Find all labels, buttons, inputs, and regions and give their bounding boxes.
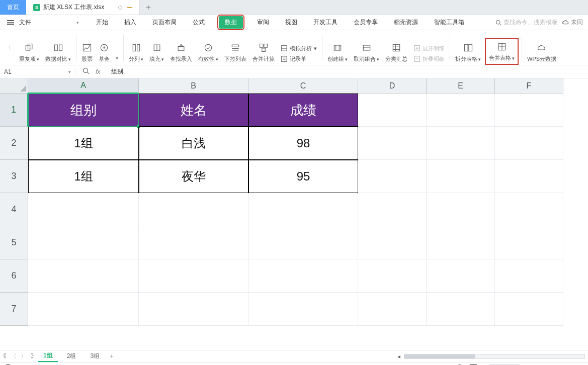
table-cell[interactable]: 98 bbox=[248, 127, 358, 160]
row-header[interactable]: 1 bbox=[0, 94, 28, 127]
table-cell[interactable] bbox=[139, 293, 248, 326]
table-cell[interactable] bbox=[427, 259, 495, 293]
new-tab-button[interactable]: ＋ bbox=[140, 0, 157, 15]
stock-button[interactable]: 股票 bbox=[81, 42, 93, 63]
row-header[interactable]: 7 bbox=[0, 293, 28, 326]
ungroup-button[interactable]: 取消组合▾ bbox=[354, 42, 379, 63]
column-header[interactable]: F bbox=[495, 78, 563, 94]
table-cell[interactable] bbox=[358, 160, 427, 193]
table-cell[interactable] bbox=[248, 259, 358, 293]
name-box-dropdown-icon[interactable]: ▾ bbox=[68, 69, 71, 74]
cell-area[interactable]: 组别姓名成绩1组白浅981组夜华95 bbox=[28, 94, 588, 350]
table-cell[interactable] bbox=[358, 259, 427, 293]
tab-current-file[interactable]: S 新建 XLSX 工作表.xlsx bbox=[26, 0, 140, 15]
sheet-tab-2[interactable]: 2组 bbox=[62, 351, 81, 361]
row-header[interactable]: 6 bbox=[0, 259, 28, 293]
hscroll-left-icon[interactable]: ◂ bbox=[397, 353, 400, 360]
table-cell[interactable]: 1组 bbox=[28, 160, 139, 193]
subtotal-button[interactable]: 分类汇总 bbox=[385, 42, 407, 63]
table-cell[interactable] bbox=[358, 226, 427, 259]
table-cell[interactable] bbox=[427, 127, 495, 160]
table-cell[interactable] bbox=[139, 259, 248, 293]
formula-input[interactable]: 组别 bbox=[107, 67, 123, 76]
wps-cloud-data-button[interactable]: WPS云数据 bbox=[527, 42, 556, 63]
column-header[interactable]: B bbox=[139, 78, 248, 94]
row-header[interactable]: 3 bbox=[0, 160, 28, 193]
table-cell[interactable]: 夜华 bbox=[139, 160, 248, 193]
find-record-button[interactable]: 查找录入 bbox=[170, 42, 192, 63]
table-cell[interactable] bbox=[495, 226, 563, 259]
table-cell[interactable] bbox=[495, 193, 563, 226]
group-create-button[interactable]: 创建组▾ bbox=[327, 42, 348, 63]
table-cell[interactable]: 95 bbox=[248, 160, 358, 193]
table-cell[interactable] bbox=[139, 193, 248, 226]
command-search[interactable]: 查找命令、搜索模板 bbox=[495, 18, 558, 27]
worksheet-grid[interactable]: ABCDEF 1234567 组别姓名成绩1组白浅981组夜华95 bbox=[0, 78, 588, 350]
row-header[interactable]: 4 bbox=[0, 193, 28, 226]
table-cell[interactable] bbox=[28, 259, 139, 293]
table-cell[interactable] bbox=[358, 94, 427, 127]
ribbon-tab-insert[interactable]: 插入 bbox=[122, 17, 138, 28]
table-header-cell[interactable]: 成绩 bbox=[248, 94, 358, 127]
ribbon-tab-member[interactable]: 会员专享 bbox=[352, 17, 380, 28]
split-table-button[interactable]: 拆分表格▾ bbox=[455, 42, 481, 63]
sheet-tab-3[interactable]: 3组 bbox=[85, 351, 105, 361]
sheet-nav-last[interactable]: ⟫ bbox=[31, 352, 34, 360]
table-cell[interactable] bbox=[495, 127, 563, 160]
column-header[interactable]: D bbox=[358, 78, 427, 94]
sheet-tab-1[interactable]: 1组 bbox=[38, 350, 58, 362]
table-cell[interactable] bbox=[28, 193, 139, 226]
ribbon-tab-review[interactable]: 审阅 bbox=[255, 17, 271, 28]
table-header-cell[interactable]: 组别 bbox=[28, 94, 139, 127]
ribbon-tab-start[interactable]: 开始 bbox=[94, 17, 110, 28]
select-all-corner[interactable] bbox=[0, 78, 28, 94]
fx-label[interactable]: fx bbox=[96, 68, 100, 75]
column-header[interactable]: E bbox=[427, 78, 495, 94]
text-to-columns-button[interactable]: 分列▾ bbox=[129, 42, 143, 63]
qat-dropdown-icon[interactable]: ▾ bbox=[76, 20, 79, 25]
ribbon-tab-dev[interactable]: 开发工具 bbox=[311, 17, 340, 28]
file-menu[interactable]: 文件 bbox=[17, 18, 36, 27]
column-header[interactable]: A bbox=[28, 78, 139, 94]
sheet-nav-first[interactable]: ⟪ bbox=[3, 352, 7, 360]
ribbon-tab-data[interactable]: 数据 bbox=[219, 16, 243, 29]
cancel-formula-icon[interactable] bbox=[82, 67, 90, 76]
table-cell[interactable] bbox=[495, 259, 563, 293]
merge-table-button[interactable]: 合并表格▾ bbox=[487, 40, 517, 63]
sheet-nav-next[interactable]: 〉 bbox=[21, 352, 27, 360]
table-cell[interactable] bbox=[358, 193, 427, 226]
name-box[interactable]: A1 ▾ bbox=[0, 68, 75, 75]
table-cell[interactable] bbox=[427, 293, 495, 326]
record-form-button[interactable]: 记录单 bbox=[281, 55, 317, 63]
table-cell[interactable] bbox=[28, 293, 139, 326]
ribbon-scroll-left[interactable]: 〈 bbox=[2, 40, 14, 55]
dropdown-list-button[interactable]: 下拉列表 bbox=[224, 42, 246, 63]
add-sheet-button[interactable]: ＋ bbox=[109, 352, 115, 360]
ribbon-tab-formula[interactable]: 公式 bbox=[191, 17, 207, 28]
table-cell[interactable] bbox=[495, 160, 563, 193]
datatype-more-icon[interactable]: ▾ bbox=[116, 55, 118, 63]
table-cell[interactable] bbox=[248, 226, 358, 259]
sheet-nav-prev[interactable]: 〈 bbox=[11, 352, 17, 360]
table-cell[interactable] bbox=[427, 226, 495, 259]
table-cell[interactable] bbox=[427, 160, 495, 193]
table-cell[interactable] bbox=[248, 293, 358, 326]
sync-status[interactable]: 未同 bbox=[562, 18, 583, 27]
table-cell[interactable] bbox=[248, 193, 358, 226]
table-header-cell[interactable]: 姓名 bbox=[139, 94, 248, 127]
ribbon-tab-smart[interactable]: 智能工具箱 bbox=[432, 17, 466, 28]
column-header[interactable]: C bbox=[248, 78, 358, 94]
table-cell[interactable] bbox=[495, 94, 563, 127]
table-cell[interactable]: 1组 bbox=[28, 127, 139, 160]
table-cell[interactable] bbox=[427, 193, 495, 226]
table-cell[interactable] bbox=[358, 293, 427, 326]
ribbon-tab-resource[interactable]: 稻壳资源 bbox=[392, 17, 420, 28]
duplicates-button[interactable]: 重复项▾ bbox=[19, 42, 39, 63]
horizontal-scrollbar[interactable]: ◂ ▸ bbox=[404, 354, 585, 359]
table-cell[interactable] bbox=[495, 293, 563, 326]
table-cell[interactable] bbox=[358, 127, 427, 160]
table-cell[interactable]: 白浅 bbox=[139, 127, 248, 160]
data-compare-button[interactable]: 数据对比▾ bbox=[45, 42, 71, 63]
table-cell[interactable] bbox=[28, 226, 139, 259]
fill-button[interactable]: 填充▾ bbox=[149, 42, 164, 63]
